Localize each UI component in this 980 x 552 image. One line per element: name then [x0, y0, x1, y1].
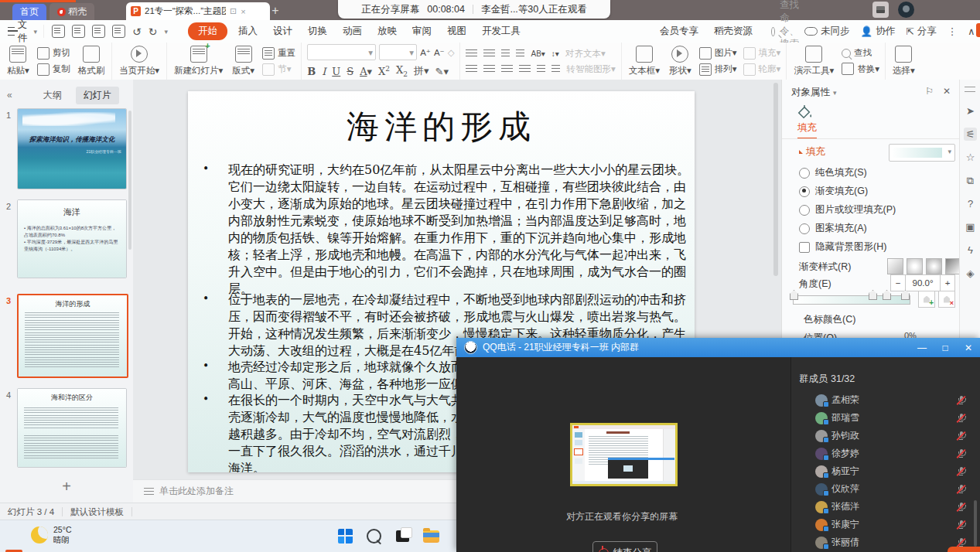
maximize-button[interactable]: □	[934, 338, 957, 357]
fill-tab[interactable]: 填充	[797, 121, 817, 139]
minimize-button[interactable]: —	[910, 338, 934, 357]
task-view-button[interactable]	[393, 526, 412, 546]
fill-section-header[interactable]: 填充	[799, 145, 825, 158]
outline-button[interactable]: 轮廓▾	[743, 63, 781, 76]
collapse-panel-icon[interactable]: «	[7, 90, 12, 101]
qq-title-bar[interactable]: QQ电话 - 21职业经理专科一班 内部群	[456, 338, 980, 357]
slide-thumbnail[interactable]: 海和洋的区分	[17, 388, 127, 468]
add-gradient-stop-button[interactable]: +	[918, 291, 935, 308]
tab-slides[interactable]: 幻灯片	[76, 87, 119, 104]
user-avatar[interactable]	[898, 2, 914, 18]
member-row[interactable]: 邵瑞雪	[791, 409, 980, 427]
text-box-button[interactable]: 文本框▾	[627, 44, 661, 78]
mic-muted-icon[interactable]	[956, 466, 966, 477]
decrease-indent-icon[interactable]	[501, 49, 510, 57]
find-button[interactable]: 查找	[842, 47, 879, 59]
align-text-button[interactable]: 对齐文本▾	[565, 48, 606, 60]
share-preview-thumbnail[interactable]	[570, 423, 678, 486]
tab-document[interactable]: P 21专一“探索...”主题团日班会 ⊡ ×	[126, 2, 270, 20]
export-pdf-icon[interactable]	[72, 25, 85, 38]
panel-scrollbar[interactable]	[128, 111, 131, 250]
presentation-tools-button[interactable]: 演示工具▾	[792, 44, 835, 78]
tab-docer[interactable]: 稻壳	[50, 3, 94, 20]
increase-indent-icon[interactable]	[516, 49, 524, 57]
text-direction-icon[interactable]: AB▾	[531, 49, 545, 58]
increase-font-icon[interactable]: A⁺	[420, 47, 431, 58]
superscript-button[interactable]: X2	[378, 65, 390, 77]
tab-insert[interactable]: 插入	[230, 22, 265, 40]
sync-status[interactable]: 未同步	[804, 25, 850, 38]
italic-button[interactable]: I	[322, 66, 326, 77]
shapes-button[interactable]: 形状▾	[668, 44, 693, 78]
slide-thumbnail[interactable]: 探索海洋知识，传播海洋文化 21职业经理专科一班	[17, 108, 127, 189]
tab-start[interactable]: 开始	[188, 22, 227, 40]
picture-button[interactable]: 图片▾	[699, 47, 737, 60]
gradient-stop-handle[interactable]	[790, 290, 798, 300]
checkbox-hide-background[interactable]: 隐藏背景图形(H)	[799, 240, 886, 254]
align-right-icon[interactable]	[501, 65, 513, 73]
print-preview-icon[interactable]	[112, 25, 125, 38]
distribute-icon[interactable]	[537, 65, 545, 73]
tab-transition[interactable]: 切换	[300, 22, 335, 40]
layers-icon[interactable]: ⧉	[964, 174, 977, 187]
radio-gradient-fill[interactable]: 渐变填充(G)	[799, 185, 868, 198]
tab-outline[interactable]: 大纲	[36, 87, 70, 104]
mic-muted-icon[interactable]	[956, 395, 966, 406]
subscript-button[interactable]: X2	[396, 64, 408, 78]
new-tab-button[interactable]: +	[268, 3, 283, 19]
replace-button[interactable]: 替换▾	[842, 63, 879, 75]
radio-solid-fill[interactable]: 纯色填充(S)	[799, 166, 867, 179]
chevron-down-icon[interactable]: ▾	[165, 28, 169, 36]
member-row[interactable]: 张康宁	[791, 516, 980, 533]
align-center-icon[interactable]	[483, 65, 495, 73]
taskbar-search-button[interactable]	[364, 526, 384, 546]
phonetic-guide-button[interactable]: 拼▾	[414, 64, 429, 78]
justify-icon[interactable]	[519, 65, 531, 73]
rocket-icon[interactable]: ➤	[964, 104, 977, 118]
select-button[interactable]: 选择▾	[891, 44, 917, 78]
strikethrough-button[interactable]: S	[347, 66, 353, 77]
decrease-font-icon[interactable]: A⁻	[434, 47, 445, 58]
member-row[interactable]: 杨亚宁	[791, 462, 980, 480]
weather-widget[interactable]: 25°C晴朗	[31, 525, 71, 545]
new-slide-button[interactable]: 新建幻灯片▾	[172, 44, 224, 78]
tab-design[interactable]: 设计	[265, 22, 300, 40]
mic-muted-icon[interactable]	[956, 520, 966, 530]
layout-button[interactable]: 版式▾	[230, 44, 256, 78]
design-template-label[interactable]: 默认设计模板	[70, 506, 124, 518]
drag-handle-icon[interactable]	[965, 87, 975, 92]
mic-muted-icon[interactable]	[956, 431, 966, 441]
play-from-current-button[interactable]: 当页开始▾	[118, 44, 161, 78]
format-painter-button[interactable]: 格式刷	[77, 44, 107, 78]
close-tab-icon[interactable]: ×	[241, 7, 245, 16]
paragraph-spacing-icon[interactable]	[551, 65, 560, 73]
save-icon[interactable]	[52, 25, 65, 38]
remove-gradient-stop-button[interactable]: ×	[938, 291, 955, 308]
tab-review[interactable]: 审阅	[405, 22, 439, 40]
add-slide-button[interactable]: +	[0, 478, 133, 496]
fill-preset-dropdown[interactable]: ▾	[889, 144, 955, 162]
file-menu[interactable]: 文件 ▾	[0, 19, 43, 45]
member-row[interactable]: 孙钧政	[791, 427, 980, 445]
gradient-style-radial-button[interactable]	[907, 258, 923, 274]
font-color-button[interactable]: A▾	[360, 66, 372, 77]
mic-muted-icon[interactable]	[956, 448, 966, 459]
gradient-stop-bar[interactable]	[793, 295, 910, 305]
image-edit-icon[interactable]: ▣	[964, 220, 977, 233]
collaborate-button[interactable]: 👤协作	[861, 25, 896, 38]
pin-icon[interactable]: ⚐	[925, 86, 934, 97]
section-button[interactable]: 节▾	[262, 63, 295, 76]
slide-thumbnail-selected[interactable]: 海洋的形成	[17, 294, 128, 378]
mic-muted-icon[interactable]	[956, 484, 966, 495]
properties-sliders-icon[interactable]: ⚟	[964, 128, 977, 141]
bullet-list-icon[interactable]	[466, 49, 477, 57]
share-button[interactable]: ⇱分享	[906, 25, 936, 38]
member-list-scrollbar[interactable]	[974, 500, 977, 547]
font-name-select[interactable]: ▾	[307, 44, 376, 60]
bold-button[interactable]: B	[307, 66, 316, 77]
member-row[interactable]: 仪欣萍	[791, 480, 980, 498]
underline-button[interactable]: U	[332, 66, 340, 77]
numbered-list-icon[interactable]	[483, 49, 495, 57]
collapse-ribbon-icon[interactable]: ∧	[968, 26, 975, 37]
arrange-button[interactable]: 排列▾	[699, 63, 737, 76]
